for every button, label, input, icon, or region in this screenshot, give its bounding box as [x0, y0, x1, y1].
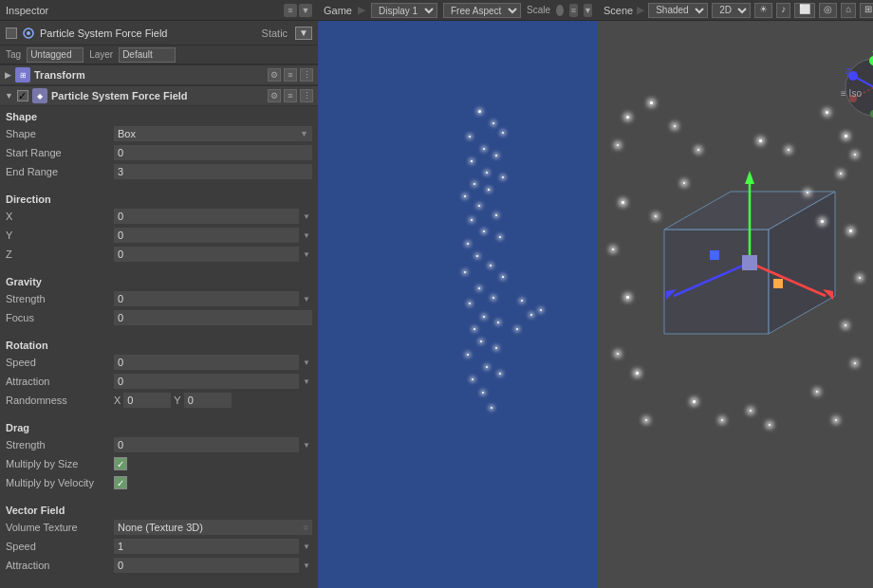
- rotation-speed-input[interactable]: [114, 355, 299, 370]
- vf-speed-input[interactable]: [114, 539, 299, 554]
- end-range-label: End Range: [6, 166, 110, 177]
- direction-z-arrow[interactable]: ▼: [301, 250, 312, 259]
- rotation-speed-row: Speed ▼: [0, 353, 318, 372]
- volume-texture-row: Volume Texture None (Texture 3D) ○: [0, 518, 318, 537]
- scene-gizmos-btn[interactable]: ◎: [819, 3, 837, 18]
- game-sep1: ▶: [358, 4, 365, 16]
- scene-particle: [650, 101, 653, 104]
- volume-texture-dropdown[interactable]: None (Texture 3D) ○: [114, 520, 312, 535]
- game-panel-menu[interactable]: ≡: [569, 4, 578, 17]
- drag-strength-row: Strength ▼: [0, 435, 318, 454]
- component-extra-btn[interactable]: ⋮: [300, 89, 313, 102]
- scene-particle: [788, 149, 789, 151]
- scene-particle: [826, 111, 828, 114]
- game-panel: Game ▶ Display 1 Free Aspect Scale ≡ ▼: [318, 0, 598, 588]
- scene-particle: [612, 248, 614, 250]
- direction-y-input[interactable]: [114, 228, 299, 243]
- scene-audio-btn[interactable]: ♪: [776, 3, 790, 18]
- direction-y-label: Y: [6, 230, 110, 241]
- scene-2d-select[interactable]: 2D: [712, 3, 751, 18]
- game-particle: [469, 303, 471, 304]
- game-particle: [490, 265, 492, 266]
- game-display-select[interactable]: Display 1: [371, 3, 437, 18]
- scene-particle: [821, 220, 824, 223]
- scene-particle: [816, 391, 818, 393]
- game-viewport: [318, 21, 598, 588]
- scene-more-btn[interactable]: ⌂: [841, 3, 856, 18]
- object-enabled-checkbox[interactable]: [6, 28, 17, 39]
- scene-title: Scene: [604, 5, 633, 16]
- component-settings-btn[interactable]: ⚙: [268, 89, 281, 102]
- rotation-attraction-arrow[interactable]: ▼: [301, 377, 312, 386]
- component-toggle[interactable]: ▼: [5, 91, 13, 101]
- tag-label: Tag: [6, 49, 21, 60]
- start-range-input[interactable]: [114, 145, 312, 160]
- scene-shading-select[interactable]: Shaded: [648, 3, 708, 18]
- game-particle: [480, 340, 483, 343]
- shape-dropdown[interactable]: Box ▼: [114, 126, 312, 141]
- gravity-strength-input[interactable]: [114, 291, 299, 306]
- game-panel-collapse[interactable]: ▼: [584, 4, 592, 17]
- svg-rect-11: [742, 255, 757, 270]
- scene-particle: [845, 324, 846, 326]
- scene-3d-box: [598, 59, 864, 486]
- scene-particle: [769, 424, 771, 426]
- vf-speed-label: Speed: [6, 541, 110, 552]
- component-menu-btn[interactable]: ≡: [284, 89, 297, 102]
- direction-x-arrow[interactable]: ▼: [301, 212, 312, 221]
- tag-value[interactable]: Untagged: [27, 47, 84, 63]
- shape-dropdown-arrow: ▼: [300, 129, 308, 138]
- rotation-attraction-label: Attraction: [6, 376, 110, 387]
- game-aspect-select[interactable]: Free Aspect: [443, 3, 521, 18]
- start-range-label: Start Range: [6, 147, 110, 158]
- drag-strength-arrow[interactable]: ▼: [301, 441, 312, 450]
- scene-viewport: Iso XYZ≡ Iso: [598, 21, 873, 588]
- game-particle: [486, 172, 488, 174]
- component-enabled-checkbox[interactable]: ✓: [17, 90, 28, 101]
- transform-settings-btn[interactable]: ⚙: [268, 68, 281, 82]
- gravity-focus-row: Focus: [0, 308, 318, 327]
- scene-light-btn[interactable]: ☀: [754, 3, 772, 18]
- volume-texture-label: Volume Texture: [6, 522, 110, 533]
- vf-speed-arrow[interactable]: ▼: [301, 542, 312, 551]
- game-particle: [502, 132, 505, 135]
- direction-x-input[interactable]: [114, 209, 299, 224]
- direction-y-arrow[interactable]: ▼: [301, 231, 312, 240]
- rotation-speed-arrow[interactable]: ▼: [301, 358, 312, 367]
- inspector-collapse-btn[interactable]: ▼: [299, 4, 312, 17]
- scene-grid-btn[interactable]: ⊞: [860, 3, 873, 18]
- direction-z-input[interactable]: [114, 247, 299, 262]
- randomness-x-input[interactable]: [123, 393, 171, 408]
- inspector-panel-controls: ≡ ▼: [284, 4, 312, 17]
- game-particle: [488, 189, 490, 191]
- multiply-size-checkbox[interactable]: ✓: [114, 457, 127, 470]
- gravity-focus-input[interactable]: [114, 310, 312, 325]
- vf-attraction-input[interactable]: [114, 558, 299, 573]
- vf-attraction-arrow[interactable]: ▼: [301, 561, 312, 570]
- scene-effects-btn[interactable]: ⬜: [794, 3, 815, 18]
- transform-extra-btn[interactable]: ⋮: [300, 68, 313, 82]
- inspector-menu-btn[interactable]: ≡: [284, 4, 297, 17]
- static-dropdown-btn[interactable]: ▼: [295, 27, 312, 40]
- game-particle: [492, 297, 495, 300]
- multiply-size-row: Multiply by Size ✓: [0, 454, 318, 473]
- game-particle: [540, 309, 542, 311]
- multiply-velocity-checkbox[interactable]: ✓: [114, 476, 127, 489]
- randomness-y-input[interactable]: [184, 393, 232, 408]
- layer-value[interactable]: Default: [119, 47, 176, 63]
- end-range-input[interactable]: [114, 164, 312, 179]
- scene-particle: [859, 277, 861, 279]
- transform-menu-btn[interactable]: ≡: [284, 68, 297, 82]
- gravity-strength-wrap: [114, 291, 299, 306]
- scene-particle: [697, 149, 699, 151]
- scene-toolbar: Scene ▶ Shaded 2D ☀ ♪ ⬜ ◎ ⌂ ⊞ ≡ ▼: [598, 0, 873, 21]
- static-label: Static: [262, 28, 288, 39]
- gravity-strength-arrow[interactable]: ▼: [301, 295, 312, 303]
- vector-field-group-label: Vector Field: [0, 500, 318, 518]
- transform-toggle[interactable]: ▶: [5, 70, 11, 80]
- rotation-attraction-input[interactable]: [114, 374, 299, 389]
- component-icon: ◆: [32, 88, 47, 103]
- game-particle: [474, 183, 476, 186]
- drag-strength-input[interactable]: [114, 437, 299, 452]
- scene-particle: [626, 296, 629, 299]
